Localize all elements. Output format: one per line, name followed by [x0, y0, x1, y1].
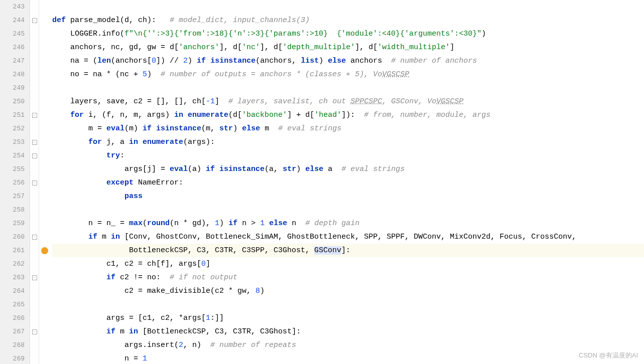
fold-marker — [30, 244, 39, 257]
fold-marker — [30, 298, 39, 311]
fold-marker[interactable]: − — [30, 135, 39, 149]
icon-cell — [39, 298, 50, 311]
fold-marker — [30, 95, 39, 108]
line-number: 255 — [0, 162, 25, 176]
code-line[interactable] — [52, 81, 644, 95]
line-number: 243 — [0, 0, 25, 14]
fold-marker — [30, 0, 39, 14]
fold-marker — [30, 257, 39, 271]
lightbulb-icon[interactable] — [39, 244, 50, 257]
code-line[interactable]: try: — [52, 149, 644, 162]
icon-cell — [39, 162, 50, 176]
line-number: 258 — [0, 203, 25, 217]
line-number: 263 — [0, 271, 25, 284]
fold-marker — [30, 68, 39, 81]
code-line[interactable]: c2 = make_divisible(c2 * gw, 8) — [52, 284, 644, 298]
line-number: 253 — [0, 135, 25, 149]
code-editor[interactable]: 2432442452462472482492502512522532542552… — [0, 0, 644, 364]
icon-cell — [39, 203, 50, 217]
icon-cell — [39, 352, 50, 364]
icon-cell — [39, 325, 50, 338]
fold-marker — [30, 81, 39, 95]
fold-marker — [30, 54, 39, 68]
code-line[interactable] — [52, 203, 644, 217]
fold-marker[interactable]: − — [30, 271, 39, 284]
line-number: 260 — [0, 230, 25, 244]
icon-cell — [39, 338, 50, 352]
code-line[interactable]: anchors, nc, gd, gw = d['anchors'], d['n… — [52, 41, 644, 54]
fold-marker[interactable]: − — [30, 108, 39, 122]
line-number: 257 — [0, 190, 25, 203]
icon-cell — [39, 284, 50, 298]
code-line[interactable]: if c2 != no: # if not output — [52, 271, 644, 284]
icon-cell — [39, 135, 50, 149]
line-number: 269 — [0, 352, 25, 364]
fold-marker — [30, 338, 39, 352]
icon-cell — [39, 95, 50, 108]
code-line[interactable]: BottleneckCSP, C3, C3TR, C3SPP, C3Ghost,… — [52, 244, 644, 257]
icon-cell — [39, 176, 50, 190]
code-line[interactable]: na = (len(anchors[0]) // 2) if isinstanc… — [52, 54, 644, 68]
icon-cell — [39, 257, 50, 271]
icon-cell — [39, 81, 50, 95]
line-number: 267 — [0, 325, 25, 338]
line-number: 244 — [0, 14, 25, 27]
icon-cell — [39, 149, 50, 162]
icon-column — [39, 0, 50, 364]
fold-marker[interactable]: − — [30, 325, 39, 338]
fold-marker[interactable]: − — [30, 14, 39, 27]
code-line[interactable]: n = 1 — [52, 352, 644, 364]
code-line[interactable]: except NameError: — [52, 176, 644, 190]
icon-cell — [39, 108, 50, 122]
fold-marker — [30, 217, 39, 230]
line-number: 262 — [0, 257, 25, 271]
line-number: 261 — [0, 244, 25, 257]
fold-marker — [30, 122, 39, 135]
icon-cell — [39, 230, 50, 244]
fold-marker — [30, 27, 39, 41]
icon-cell — [39, 27, 50, 41]
line-number: 251 — [0, 108, 25, 122]
fold-marker[interactable]: − — [30, 230, 39, 244]
code-line[interactable]: if m in [BottleneckCSP, C3, C3TR, C3Ghos… — [52, 325, 644, 338]
code-line[interactable]: n = n_ = max(round(n * gd), 1) if n > 1 … — [52, 217, 644, 230]
fold-marker — [30, 190, 39, 203]
line-number: 264 — [0, 284, 25, 298]
icon-cell — [39, 68, 50, 81]
code-line[interactable] — [52, 0, 644, 14]
fold-column[interactable]: −−−−−−−− — [30, 0, 39, 364]
code-line[interactable]: LOGGER.info(f"\n{'':>3}{'from':>18}{'n':… — [52, 27, 644, 41]
icon-cell — [39, 271, 50, 284]
icon-cell — [39, 311, 50, 325]
line-number: 246 — [0, 41, 25, 54]
icon-cell — [39, 190, 50, 203]
line-number: 248 — [0, 68, 25, 81]
line-number: 249 — [0, 81, 25, 95]
line-number: 256 — [0, 176, 25, 190]
code-line[interactable]: c1, c2 = ch[f], args[0] — [52, 257, 644, 271]
fold-marker — [30, 352, 39, 364]
code-line[interactable]: args.insert(2, n) # number of repeats — [52, 338, 644, 352]
watermark: CSDN @有温度的AI — [579, 351, 638, 360]
code-line[interactable]: for i, (f, n, m, args) in enumerate(d['b… — [52, 108, 644, 122]
line-number: 254 — [0, 149, 25, 162]
code-line[interactable]: layers, save, c2 = [], [], ch[-1] # laye… — [52, 95, 644, 108]
line-number: 266 — [0, 311, 25, 325]
fold-marker[interactable]: − — [30, 176, 39, 190]
code-line[interactable]: m = eval(m) if isinstance(m, str) else m… — [52, 122, 644, 135]
code-line[interactable]: args[j] = eval(a) if isinstance(a, str) … — [52, 162, 644, 176]
code-area[interactable]: def parse_model(d, ch): # model_dict, in… — [50, 0, 644, 364]
code-line[interactable]: pass — [52, 190, 644, 203]
code-line[interactable]: args = [c1, c2, *args[1:]] — [52, 311, 644, 325]
code-line[interactable]: for j, a in enumerate(args): — [52, 135, 644, 149]
code-line[interactable]: if m in [Conv, GhostConv, Bottleneck_Sim… — [52, 230, 644, 244]
code-line[interactable] — [52, 298, 644, 311]
code-line[interactable]: def parse_model(d, ch): # model_dict, in… — [52, 14, 644, 27]
line-number: 245 — [0, 27, 25, 41]
fold-marker[interactable]: − — [30, 149, 39, 162]
code-line[interactable]: no = na * (nc + 5) # number of outputs =… — [52, 68, 644, 81]
fold-marker — [30, 311, 39, 325]
fold-marker — [30, 284, 39, 298]
line-number: 250 — [0, 95, 25, 108]
fold-marker — [30, 203, 39, 217]
